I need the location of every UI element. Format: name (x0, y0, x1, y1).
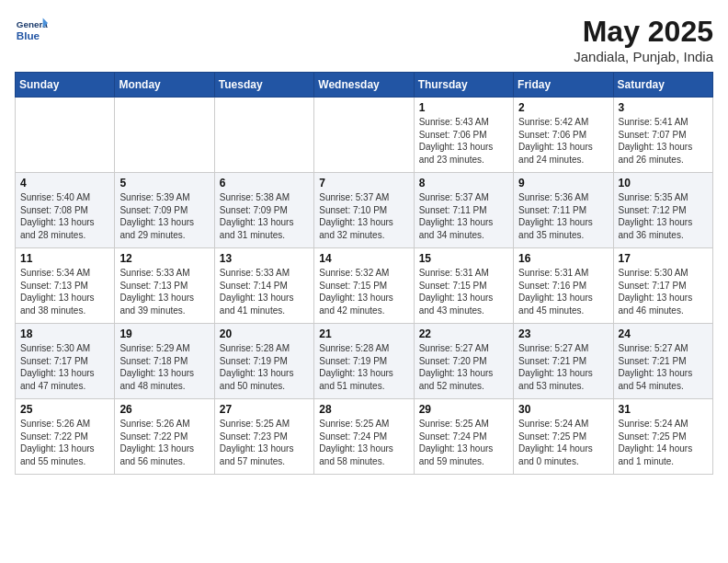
day-info: Sunrise: 5:26 AM Sunset: 7:22 PM Dayligh… (20, 418, 109, 467)
day-info: Sunrise: 5:24 AM Sunset: 7:25 PM Dayligh… (518, 418, 608, 467)
calendar-cell (214, 98, 313, 173)
day-number: 5 (119, 177, 209, 190)
day-info: Sunrise: 5:37 AM Sunset: 7:11 PM Dayligh… (419, 191, 508, 241)
weekday-header: Tuesday (214, 73, 313, 98)
day-info: Sunrise: 5:33 AM Sunset: 7:13 PM Dayligh… (119, 267, 209, 316)
calendar-header: SundayMondayTuesdayWednesdayThursdayFrid… (16, 73, 713, 98)
day-number: 9 (518, 177, 608, 190)
weekday-header: Monday (115, 73, 214, 98)
day-info: Sunrise: 5:30 AM Sunset: 7:17 PM Dayligh… (619, 267, 708, 316)
day-info: Sunrise: 5:41 AM Sunset: 7:07 PM Dayligh… (619, 116, 708, 166)
calendar-cell (115, 98, 214, 173)
day-number: 18 (20, 327, 109, 340)
day-info: Sunrise: 5:24 AM Sunset: 7:25 PM Dayligh… (619, 418, 708, 467)
calendar-cell: 3Sunrise: 5:41 AM Sunset: 7:07 PM Daylig… (613, 98, 712, 173)
day-number: 17 (619, 252, 708, 265)
day-info: Sunrise: 5:36 AM Sunset: 7:11 PM Dayligh… (518, 191, 608, 241)
calendar-cell: 4Sunrise: 5:40 AM Sunset: 7:08 PM Daylig… (16, 173, 115, 248)
day-number: 21 (319, 327, 408, 340)
day-number: 31 (619, 403, 708, 416)
calendar-week-row: 11Sunrise: 5:34 AM Sunset: 7:13 PM Dayli… (16, 248, 713, 324)
weekday-header: Wednesday (314, 73, 414, 98)
calendar-cell (314, 98, 414, 173)
calendar-cell: 18Sunrise: 5:30 AM Sunset: 7:17 PM Dayli… (16, 324, 115, 399)
calendar-cell: 30Sunrise: 5:24 AM Sunset: 7:25 PM Dayli… (514, 399, 613, 475)
day-number: 10 (619, 177, 708, 190)
calendar-week-row: 1Sunrise: 5:43 AM Sunset: 7:06 PM Daylig… (16, 98, 713, 173)
day-info: Sunrise: 5:27 AM Sunset: 7:21 PM Dayligh… (518, 342, 608, 392)
calendar-cell: 1Sunrise: 5:43 AM Sunset: 7:06 PM Daylig… (414, 98, 513, 173)
calendar-week-row: 4Sunrise: 5:40 AM Sunset: 7:08 PM Daylig… (16, 173, 713, 248)
day-number: 12 (119, 252, 209, 265)
calendar-week-row: 25Sunrise: 5:26 AM Sunset: 7:22 PM Dayli… (16, 399, 713, 475)
weekday-row: SundayMondayTuesdayWednesdayThursdayFrid… (16, 73, 713, 98)
calendar-cell (16, 98, 115, 173)
calendar-cell: 21Sunrise: 5:28 AM Sunset: 7:19 PM Dayli… (314, 324, 414, 399)
weekday-header: Friday (514, 73, 613, 98)
calendar-cell: 31Sunrise: 5:24 AM Sunset: 7:25 PM Dayli… (613, 399, 712, 475)
calendar-cell: 11Sunrise: 5:34 AM Sunset: 7:13 PM Dayli… (16, 248, 115, 324)
day-info: Sunrise: 5:27 AM Sunset: 7:20 PM Dayligh… (419, 342, 508, 392)
day-number: 26 (119, 403, 209, 416)
day-info: Sunrise: 5:25 AM Sunset: 7:24 PM Dayligh… (319, 418, 408, 467)
calendar-body: 1Sunrise: 5:43 AM Sunset: 7:06 PM Daylig… (16, 98, 713, 475)
calendar-cell: 2Sunrise: 5:42 AM Sunset: 7:06 PM Daylig… (514, 98, 613, 173)
calendar-cell: 26Sunrise: 5:26 AM Sunset: 7:22 PM Dayli… (115, 399, 214, 475)
day-number: 25 (20, 403, 109, 416)
location: Jandiala, Punjab, India (574, 49, 713, 64)
day-number: 20 (220, 327, 309, 340)
calendar-cell: 5Sunrise: 5:39 AM Sunset: 7:09 PM Daylig… (115, 173, 214, 248)
calendar-cell: 27Sunrise: 5:25 AM Sunset: 7:23 PM Dayli… (214, 399, 313, 475)
calendar-cell: 24Sunrise: 5:27 AM Sunset: 7:21 PM Dayli… (613, 324, 712, 399)
calendar-cell: 29Sunrise: 5:25 AM Sunset: 7:24 PM Dayli… (414, 399, 513, 475)
day-info: Sunrise: 5:28 AM Sunset: 7:19 PM Dayligh… (220, 342, 309, 392)
day-info: Sunrise: 5:35 AM Sunset: 7:12 PM Dayligh… (619, 191, 708, 241)
day-info: Sunrise: 5:25 AM Sunset: 7:23 PM Dayligh… (220, 418, 309, 467)
calendar-week-row: 18Sunrise: 5:30 AM Sunset: 7:17 PM Dayli… (16, 324, 713, 399)
day-info: Sunrise: 5:40 AM Sunset: 7:08 PM Dayligh… (20, 191, 109, 241)
calendar-cell: 22Sunrise: 5:27 AM Sunset: 7:20 PM Dayli… (414, 324, 513, 399)
calendar-cell: 10Sunrise: 5:35 AM Sunset: 7:12 PM Dayli… (613, 173, 712, 248)
calendar-cell: 8Sunrise: 5:37 AM Sunset: 7:11 PM Daylig… (414, 173, 513, 248)
day-info: Sunrise: 5:33 AM Sunset: 7:14 PM Dayligh… (220, 267, 309, 316)
day-number: 22 (419, 327, 508, 340)
day-info: Sunrise: 5:37 AM Sunset: 7:10 PM Dayligh… (319, 191, 408, 241)
calendar-cell: 6Sunrise: 5:38 AM Sunset: 7:09 PM Daylig… (214, 173, 313, 248)
day-info: Sunrise: 5:38 AM Sunset: 7:09 PM Dayligh… (220, 191, 309, 241)
day-info: Sunrise: 5:39 AM Sunset: 7:09 PM Dayligh… (119, 191, 209, 241)
calendar-cell: 12Sunrise: 5:33 AM Sunset: 7:13 PM Dayli… (115, 248, 214, 324)
day-info: Sunrise: 5:42 AM Sunset: 7:06 PM Dayligh… (518, 116, 608, 166)
weekday-header: Sunday (16, 73, 115, 98)
day-number: 19 (119, 327, 209, 340)
day-info: Sunrise: 5:43 AM Sunset: 7:06 PM Dayligh… (419, 116, 508, 166)
day-number: 8 (419, 177, 508, 190)
day-number: 2 (518, 101, 608, 114)
day-info: Sunrise: 5:32 AM Sunset: 7:15 PM Dayligh… (319, 267, 408, 316)
calendar-cell: 16Sunrise: 5:31 AM Sunset: 7:16 PM Dayli… (514, 248, 613, 324)
day-number: 4 (20, 177, 109, 190)
calendar-cell: 17Sunrise: 5:30 AM Sunset: 7:17 PM Dayli… (613, 248, 712, 324)
day-info: Sunrise: 5:29 AM Sunset: 7:18 PM Dayligh… (119, 342, 209, 392)
day-number: 27 (220, 403, 309, 416)
logo-icon: General Blue (15, 15, 48, 48)
day-number: 23 (518, 327, 608, 340)
day-info: Sunrise: 5:31 AM Sunset: 7:16 PM Dayligh… (518, 267, 608, 316)
day-number: 16 (518, 252, 608, 265)
calendar-cell: 14Sunrise: 5:32 AM Sunset: 7:15 PM Dayli… (314, 248, 414, 324)
day-number: 28 (319, 403, 408, 416)
calendar-cell: 7Sunrise: 5:37 AM Sunset: 7:10 PM Daylig… (314, 173, 414, 248)
day-number: 6 (220, 177, 309, 190)
day-number: 13 (220, 252, 309, 265)
svg-text:Blue: Blue (17, 29, 40, 41)
calendar-cell: 28Sunrise: 5:25 AM Sunset: 7:24 PM Dayli… (314, 399, 414, 475)
day-number: 1 (419, 101, 508, 114)
calendar-cell: 25Sunrise: 5:26 AM Sunset: 7:22 PM Dayli… (16, 399, 115, 475)
logo: General Blue (15, 15, 48, 48)
day-info: Sunrise: 5:31 AM Sunset: 7:15 PM Dayligh… (419, 267, 508, 316)
calendar-table: SundayMondayTuesdayWednesdayThursdayFrid… (15, 72, 713, 475)
day-number: 7 (319, 177, 408, 190)
day-info: Sunrise: 5:30 AM Sunset: 7:17 PM Dayligh… (20, 342, 109, 392)
title-block: May 2025 Jandiala, Punjab, India (574, 15, 713, 64)
weekday-header: Thursday (414, 73, 513, 98)
day-info: Sunrise: 5:27 AM Sunset: 7:21 PM Dayligh… (619, 342, 708, 392)
